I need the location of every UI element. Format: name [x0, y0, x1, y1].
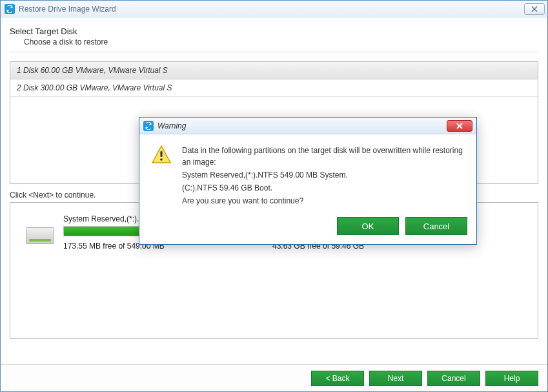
disk-row[interactable]: 1 Disk 60.00 GB VMware, VMware Virtual S	[10, 62, 538, 79]
dialog-line: (C:).NTFS 59.46 GB Boot.	[182, 182, 465, 194]
help-button[interactable]: Help	[485, 371, 538, 386]
page-heading: Select Target Disk	[10, 26, 538, 36]
app-icon	[143, 121, 154, 131]
divider	[10, 52, 538, 52]
wizard-footer: < Back Next Cancel Help	[1, 364, 547, 391]
window-close-button[interactable]	[524, 3, 545, 15]
dialog-close-button[interactable]	[447, 120, 472, 132]
disk-row[interactable]: 2 Disk 300.00 GB VMware, VMware Virtual …	[10, 79, 538, 97]
dialog-body: Data in the following partitions on the …	[139, 134, 476, 212]
dialog-line: Data in the following partitions on the …	[182, 145, 465, 168]
dialog-title: Warning	[157, 121, 443, 130]
dialog-line: System Reserved,(*:).NTFS 549.00 MB Syst…	[182, 169, 465, 181]
warning-icon	[151, 145, 172, 164]
svg-rect-1	[161, 151, 163, 157]
back-button[interactable]: < Back	[311, 371, 364, 386]
titlebar: Restore Drive Image Wizard	[1, 1, 547, 17]
dialog-titlebar: Warning	[139, 118, 476, 134]
warning-dialog: Warning Data in the following partitions…	[139, 117, 477, 245]
dialog-ok-button[interactable]: OK	[337, 217, 399, 235]
app-icon	[5, 4, 15, 14]
drive-icon	[26, 227, 54, 244]
page-subheading: Choose a disk to restore	[24, 37, 538, 46]
window-title: Restore Drive Image Wizard	[19, 5, 520, 14]
dialog-footer: OK Cancel	[139, 212, 476, 244]
dialog-cancel-button[interactable]: Cancel	[405, 217, 467, 235]
dialog-line: Are you sure you want to continue?	[182, 195, 465, 207]
cancel-button[interactable]: Cancel	[427, 371, 480, 386]
dialog-message: Data in the following partitions on the …	[182, 145, 465, 208]
next-button[interactable]: Next	[369, 371, 422, 386]
svg-point-2	[160, 158, 163, 161]
